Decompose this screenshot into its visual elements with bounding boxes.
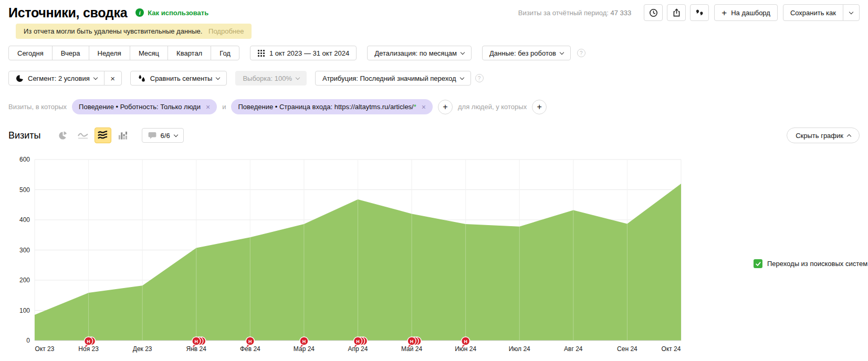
y-tick-label: 0 — [26, 337, 30, 344]
chevron-down-icon — [459, 75, 464, 79]
x-tick-label: Апр 24 — [348, 345, 368, 353]
y-tick-label: 600 — [19, 156, 30, 163]
pie-segment-icon — [16, 75, 24, 82]
close-icon: × — [110, 75, 115, 82]
data-help-icon[interactable]: ? — [577, 49, 585, 57]
chart-type-area-button[interactable] — [95, 128, 111, 143]
chevron-down-icon — [173, 132, 177, 136]
filter-chip-robots-label: Поведение • Роботность: Только люди — [79, 103, 201, 111]
period-preset-3[interactable]: Месяц — [130, 46, 168, 60]
x-tick-label: Авг 24 — [564, 345, 583, 353]
notice-more-link[interactable]: Подробнее — [208, 27, 244, 35]
chevron-down-icon — [216, 75, 220, 79]
page-title: Источники, сводка — [8, 5, 127, 20]
filter-chip-robots[interactable]: Поведение • Роботность: Только люди × — [72, 99, 217, 114]
visits-period-value: 47 333 — [611, 9, 632, 17]
detail-dropdown[interactable]: Детализация: по месяцам — [367, 46, 472, 60]
metrics-count-dropdown[interactable]: 6/6 — [142, 128, 184, 143]
date-range-button[interactable]: 1 окт 2023 — 31 окт 2024 — [250, 46, 357, 60]
chart-toolbar: Визиты 6/6 — [8, 128, 860, 143]
history-button[interactable] — [644, 4, 663, 21]
visits-filter-label: Визиты, в которых — [8, 103, 67, 111]
save-as-button[interactable]: Сохранить как — [783, 4, 843, 21]
period-preset-5[interactable]: Год — [211, 46, 239, 60]
x-tick-label: Мар 24 — [294, 345, 315, 353]
legend-checkbox[interactable] — [754, 259, 762, 268]
remove-filter-icon[interactable]: × — [206, 103, 210, 111]
add-visit-condition-button[interactable]: + — [438, 100, 453, 114]
x-tick-label: Окт 24 — [662, 345, 681, 353]
add-to-dashboard-label: На дашборд — [731, 9, 770, 17]
chevron-down-icon — [93, 75, 98, 79]
droplets-icon — [138, 74, 146, 82]
export-button[interactable] — [667, 4, 686, 21]
data-mode-dropdown[interactable]: Данные: без роботов — [482, 46, 571, 60]
detail-label: Детализация: по месяцам — [374, 49, 457, 57]
add-to-dashboard-button[interactable]: + На дашборд — [714, 4, 778, 21]
page-header: Источники, сводка i Как использовать Виз… — [8, 0, 860, 20]
pie-chart-icon — [58, 131, 68, 141]
annotation-pin-label: Н — [464, 339, 467, 344]
y-tick-label: 400 — [19, 216, 30, 224]
remove-filter-icon[interactable]: × — [422, 103, 426, 111]
sampling-label: Выборка: 100% — [243, 75, 292, 82]
period-preset-2[interactable]: Неделя — [89, 46, 130, 60]
segment-dropdown[interactable]: Сегмент: 2 условия — [8, 71, 104, 86]
segment-label: Сегмент: 2 условия — [28, 75, 90, 82]
save-as-dropdown-button[interactable] — [843, 4, 860, 21]
filter-chip-entry-page[interactable]: Поведение • Страница входа: https://alta… — [231, 99, 433, 114]
annotation-pin-label: Н — [302, 339, 306, 344]
x-tick-label: Ноя 23 — [78, 345, 99, 353]
segment-clear-button[interactable]: × — [104, 71, 122, 86]
comments-button[interactable] — [690, 4, 709, 21]
hide-chart-button[interactable]: Скрыть график — [787, 128, 860, 143]
period-preset-1[interactable]: Вчера — [52, 46, 89, 60]
chevron-up-icon — [847, 134, 851, 139]
people-filter-label: для людей, у которых — [458, 103, 527, 111]
attribution-help-icon[interactable]: ? — [475, 74, 484, 82]
sampling-dropdown[interactable]: Выборка: 100% — [235, 71, 307, 86]
visits-period: Визиты за отчётный период: 47 333 — [518, 9, 631, 17]
export-icon — [672, 8, 681, 17]
filter-chip-entry-page-label: Поведение • Страница входа: https://alta… — [238, 103, 416, 111]
hide-chart-label: Скрыть график — [796, 132, 843, 140]
attribution-dropdown[interactable]: Атрибуция: Последний значимый переход — [315, 71, 471, 86]
attribution-label: Атрибуция: Последний значимый переход — [322, 75, 456, 82]
segment-bar: Сегмент: 2 условия × Сравнить сегменты В… — [8, 71, 860, 86]
x-tick-label: Янв 24 — [186, 345, 207, 353]
area-chart-icon — [97, 131, 108, 140]
how-to-use-link[interactable]: Как использовать — [148, 9, 208, 17]
line-chart-icon — [77, 131, 89, 141]
compare-segments-dropdown[interactable]: Сравнить сегменты — [130, 71, 227, 86]
annotation-pin-label: Н — [410, 339, 414, 344]
notice-text: Из отчета могли быть удалены чувствитель… — [24, 27, 202, 35]
x-tick-label: Июл 24 — [509, 345, 530, 353]
add-people-condition-button[interactable]: + — [532, 100, 547, 114]
calendar-grid-icon — [257, 49, 265, 57]
compare-segments-label: Сравнить сегменты — [150, 75, 213, 82]
x-tick-label: Сен 24 — [617, 345, 637, 353]
wildcard-star: * — [414, 103, 416, 111]
chart-type-line-button[interactable] — [75, 128, 91, 143]
chart-section: 0100200300400500600Окт 23Ноя 23Дек 23Янв… — [0, 154, 868, 356]
x-tick-label: Дек 23 — [133, 345, 152, 353]
data-mode-label: Данные: без роботов — [489, 49, 556, 57]
period-preset-4[interactable]: Квартал — [168, 46, 211, 60]
chevron-down-icon — [461, 50, 465, 54]
visits-chart: 0100200300400500600Окт 23Ноя 23Дек 23Янв… — [0, 154, 698, 356]
chevron-down-icon — [296, 75, 300, 79]
x-tick-label: Фев 24 — [240, 345, 260, 353]
x-tick-label: Окт 23 — [35, 345, 55, 353]
chevron-down-icon — [849, 9, 853, 14]
annotation-pin-label: Н — [195, 339, 198, 344]
column-chart-icon — [118, 131, 128, 141]
visits-period-label: Визиты за отчётный период: — [518, 9, 609, 17]
x-tick-label: Май 24 — [401, 345, 423, 353]
segment-group: Сегмент: 2 условия × — [8, 71, 122, 86]
period-preset-0[interactable]: Сегодня — [8, 46, 53, 60]
chart-type-columns-button[interactable] — [114, 128, 131, 143]
filter-bar: Визиты, в которых Поведение • Роботность… — [8, 99, 860, 114]
chart-legend[interactable]: Переходы из поисковых систем — [754, 259, 867, 268]
info-icon: i — [135, 8, 144, 17]
chart-type-pie-button[interactable] — [55, 128, 71, 143]
